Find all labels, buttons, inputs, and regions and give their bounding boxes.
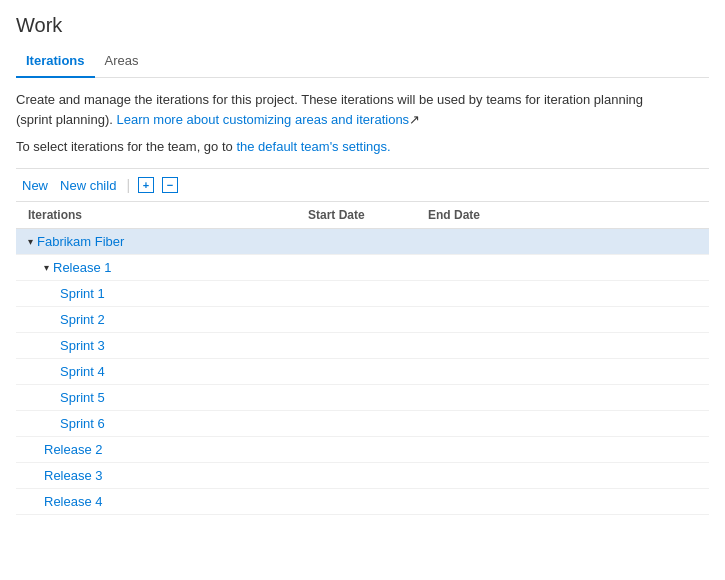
team-settings-link[interactable]: the default team's settings. bbox=[236, 139, 390, 154]
iteration-name[interactable]: Fabrikam Fiber bbox=[37, 234, 124, 249]
col-end-date: End Date bbox=[428, 208, 548, 222]
iteration-name[interactable]: Sprint 6 bbox=[60, 416, 105, 431]
team-settings-text: To select iterations for the team, go to… bbox=[16, 139, 709, 154]
description-text: Create and manage the iterations for thi… bbox=[16, 90, 709, 129]
table-row: Release 2 bbox=[16, 437, 709, 463]
collapse-all-button[interactable]: − bbox=[158, 175, 182, 195]
iteration-name[interactable]: Sprint 2 bbox=[60, 312, 105, 327]
table-row: Sprint 4 bbox=[16, 359, 709, 385]
iteration-name[interactable]: Sprint 5 bbox=[60, 390, 105, 405]
iteration-name[interactable]: Release 1 bbox=[53, 260, 112, 275]
toolbar: New New child | + − bbox=[16, 168, 709, 202]
table-row: Sprint 6 bbox=[16, 411, 709, 437]
tab-areas[interactable]: Areas bbox=[95, 47, 149, 78]
collapse-icon: − bbox=[162, 177, 178, 193]
chevron-icon[interactable]: ▾ bbox=[28, 236, 33, 247]
table-row: Sprint 5 bbox=[16, 385, 709, 411]
team-settings-prefix: To select iterations for the team, go to bbox=[16, 139, 233, 154]
expand-icon: + bbox=[138, 177, 154, 193]
col-extra bbox=[548, 208, 709, 222]
toolbar-separator: | bbox=[126, 177, 130, 193]
iterations-table: ▾Fabrikam Fiber▾Release 1Sprint 1Sprint … bbox=[16, 229, 709, 515]
table-row: Sprint 3 bbox=[16, 333, 709, 359]
tabs-bar: Iterations Areas bbox=[16, 47, 709, 78]
iteration-name[interactable]: Sprint 3 bbox=[60, 338, 105, 353]
table-row: Release 4 bbox=[16, 489, 709, 515]
tab-iterations[interactable]: Iterations bbox=[16, 47, 95, 78]
expand-all-button[interactable]: + bbox=[134, 175, 158, 195]
learn-more-link[interactable]: Learn more about customizing areas and i… bbox=[116, 112, 409, 127]
table-row: Sprint 1 bbox=[16, 281, 709, 307]
new-button[interactable]: New bbox=[16, 176, 54, 195]
table-header: Iterations Start Date End Date bbox=[16, 202, 709, 229]
table-row: Release 3 bbox=[16, 463, 709, 489]
new-child-button[interactable]: New child bbox=[54, 176, 122, 195]
table-row: Sprint 2 bbox=[16, 307, 709, 333]
col-start-date: Start Date bbox=[308, 208, 428, 222]
description-line2: (sprint planning). bbox=[16, 112, 113, 127]
iteration-name[interactable]: Release 2 bbox=[44, 442, 103, 457]
table-row: ▾Release 1 bbox=[16, 255, 709, 281]
page-title: Work bbox=[16, 14, 709, 37]
chevron-icon[interactable]: ▾ bbox=[44, 262, 49, 273]
description-line1: Create and manage the iterations for thi… bbox=[16, 92, 643, 107]
iteration-name[interactable]: Release 3 bbox=[44, 468, 103, 483]
col-iterations: Iterations bbox=[28, 208, 308, 222]
iteration-name[interactable]: Sprint 1 bbox=[60, 286, 105, 301]
iteration-name[interactable]: Sprint 4 bbox=[60, 364, 105, 379]
table-row: ▾Fabrikam Fiber bbox=[16, 229, 709, 255]
iteration-name[interactable]: Release 4 bbox=[44, 494, 103, 509]
page-container: Work Iterations Areas Create and manage … bbox=[0, 0, 725, 515]
